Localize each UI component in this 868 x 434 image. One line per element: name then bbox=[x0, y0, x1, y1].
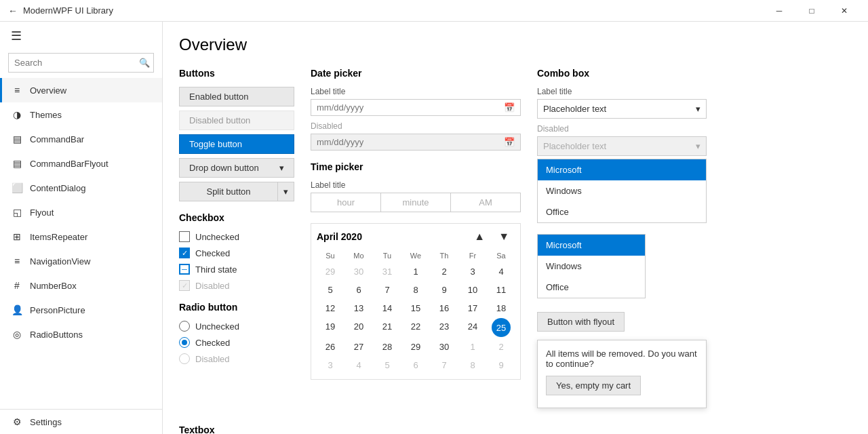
sidebar-item-itemsrepeater[interactable]: ⊞ ItemsRepeater bbox=[0, 224, 162, 249]
calendar-day[interactable]: 25 bbox=[492, 318, 511, 337]
datepicker-disabled-row: 📅 bbox=[311, 134, 521, 151]
calendar-day[interactable]: 11 bbox=[488, 281, 515, 298]
dropdown-item-office[interactable]: Office bbox=[538, 201, 706, 222]
calendar-icon[interactable]: 📅 bbox=[504, 102, 515, 113]
dropdown-item-windows[interactable]: Windows bbox=[538, 180, 706, 201]
small-dropdown-item-office[interactable]: Office bbox=[538, 277, 645, 298]
calendar-day[interactable]: 7 bbox=[374, 281, 401, 298]
calendar-day[interactable]: 28 bbox=[374, 338, 401, 355]
calendar-day[interactable]: 2 bbox=[431, 263, 458, 280]
search-icon[interactable]: 🔍 bbox=[134, 54, 155, 72]
split-button-main[interactable]: Split button bbox=[179, 182, 277, 201]
checkbox-checked[interactable]: ✓ Checked bbox=[179, 248, 294, 258]
calendar-day[interactable]: 29 bbox=[317, 263, 344, 280]
sidebar-label-contentdialog: ContentDialog bbox=[30, 183, 85, 193]
flyout-button[interactable]: Button with flyout bbox=[537, 312, 625, 332]
dropdown-button[interactable]: Drop down button ▾ bbox=[179, 158, 294, 178]
small-dropdown-item-windows[interactable]: Windows bbox=[538, 256, 645, 277]
sidebar-label-commandbarflyout: CommandBarFlyout bbox=[30, 159, 108, 169]
sidebar-item-settings[interactable]: ⚙ Settings bbox=[0, 410, 162, 434]
calendar-day[interactable]: 15 bbox=[402, 300, 429, 317]
sidebar-item-themes[interactable]: ◑ Themes bbox=[0, 102, 162, 127]
sidebar-item-navigationview[interactable]: ≡ NavigationView bbox=[0, 249, 162, 273]
calendar-day[interactable]: 30 bbox=[345, 263, 372, 280]
maximize-button[interactable]: □ bbox=[796, 0, 827, 22]
enabled-button[interactable]: Enabled button bbox=[179, 87, 294, 106]
calendar-day[interactable]: 18 bbox=[488, 300, 515, 317]
radio-checked[interactable]: Checked bbox=[179, 337, 294, 348]
calendar-day[interactable]: 4 bbox=[345, 357, 372, 374]
datepicker-input-row[interactable]: 📅 bbox=[311, 99, 521, 116]
sidebar-item-radiobuttons[interactable]: ◎ RadioButtons bbox=[0, 322, 162, 347]
combobox-select[interactable]: Placeholder text ▾ bbox=[537, 99, 707, 119]
calendar-day[interactable]: 3 bbox=[459, 263, 486, 280]
calendar-day[interactable]: 10 bbox=[459, 281, 486, 298]
calendar-day[interactable]: 7 bbox=[431, 357, 458, 374]
small-dropdown-list: Microsoft Windows Office bbox=[537, 234, 646, 298]
calendar-day[interactable]: 12 bbox=[317, 300, 344, 317]
calendar-day[interactable]: 3 bbox=[317, 357, 344, 374]
calendar-day[interactable]: 21 bbox=[374, 318, 401, 337]
calendar-day[interactable]: 6 bbox=[345, 281, 372, 298]
sidebar-item-numberbox[interactable]: # NumberBox bbox=[0, 273, 162, 298]
checkbox-box-unchecked bbox=[179, 231, 190, 242]
calendar-next-button[interactable]: ▼ bbox=[493, 229, 515, 244]
calendar-day[interactable]: 26 bbox=[317, 338, 344, 355]
calendar-day[interactable]: 13 bbox=[345, 300, 372, 317]
datepicker-section: Date picker Label title 📅 Disabled 📅 bbox=[311, 68, 521, 151]
calendar-day[interactable]: 1 bbox=[459, 338, 486, 355]
hour-cell[interactable]: hour bbox=[311, 193, 381, 212]
sidebar-item-flyout[interactable]: ◱ Flyout bbox=[0, 200, 162, 224]
calendar-day[interactable]: 30 bbox=[431, 338, 458, 355]
calendar-day[interactable]: 8 bbox=[459, 357, 486, 374]
calendar-day[interactable]: 6 bbox=[402, 357, 429, 374]
calendar-day[interactable]: 4 bbox=[488, 263, 515, 280]
calendar-day[interactable]: 1 bbox=[402, 263, 429, 280]
calendar-day[interactable]: 31 bbox=[374, 263, 401, 280]
calendar-day-header: Sa bbox=[488, 250, 515, 262]
calendar-day[interactable]: 22 bbox=[402, 318, 429, 337]
back-button[interactable]: ← bbox=[8, 5, 18, 16]
ampm-cell[interactable]: AM bbox=[451, 193, 520, 212]
calendar-day[interactable]: 8 bbox=[402, 281, 429, 298]
close-button[interactable]: ✕ bbox=[829, 0, 860, 22]
combobox-wrapper[interactable]: Placeholder text ▾ bbox=[537, 99, 707, 119]
search-input[interactable] bbox=[9, 54, 134, 72]
calendar-day[interactable]: 24 bbox=[459, 318, 486, 337]
combobox-section: Combo box Label title Placeholder text ▾… bbox=[537, 68, 707, 223]
calendar-day[interactable]: 5 bbox=[374, 357, 401, 374]
calendar-day[interactable]: 27 bbox=[345, 338, 372, 355]
minute-cell[interactable]: minute bbox=[381, 193, 451, 212]
calendar-day[interactable]: 9 bbox=[488, 357, 515, 374]
radio-unchecked[interactable]: Unchecked bbox=[179, 321, 294, 332]
flyout-confirm-button[interactable]: Yes, empty my cart bbox=[546, 376, 641, 395]
datepicker-disabled-input bbox=[317, 137, 504, 147]
calendar-day[interactable]: 2 bbox=[488, 338, 515, 355]
calendar-day[interactable]: 5 bbox=[317, 281, 344, 298]
checkbox-unchecked[interactable]: Unchecked bbox=[179, 231, 294, 242]
calendar-day[interactable]: 19 bbox=[317, 318, 344, 337]
dropdown-item-microsoft[interactable]: Microsoft bbox=[538, 159, 706, 180]
hamburger-button[interactable]: ☰ bbox=[0, 22, 162, 50]
calendar-day[interactable]: 14 bbox=[374, 300, 401, 317]
checkbox-third[interactable]: ─ Third state bbox=[179, 264, 294, 275]
toggle-button[interactable]: Toggle button bbox=[179, 134, 294, 154]
sidebar-item-overview[interactable]: ≡ Overview bbox=[0, 78, 162, 102]
calendar-day[interactable]: 23 bbox=[431, 318, 458, 337]
sidebar-settings-section: ⚙ Settings bbox=[0, 409, 162, 434]
sidebar-item-commandbarflyout[interactable]: ▤ CommandBarFlyout bbox=[0, 151, 162, 176]
datepicker-input[interactable] bbox=[317, 102, 504, 113]
small-dropdown-item-microsoft[interactable]: Microsoft bbox=[538, 235, 645, 256]
calendar-day[interactable]: 16 bbox=[431, 300, 458, 317]
minimize-button[interactable]: ─ bbox=[764, 0, 795, 22]
split-button-arrow[interactable]: ▾ bbox=[277, 182, 294, 201]
calendar-prev-button[interactable]: ▲ bbox=[469, 229, 490, 244]
sidebar-item-contentdialog[interactable]: ⬜ ContentDialog bbox=[0, 176, 162, 200]
calendar-day[interactable]: 29 bbox=[402, 338, 429, 355]
sidebar-item-personpicture[interactable]: 👤 PersonPicture bbox=[0, 298, 162, 322]
calendar-day[interactable]: 9 bbox=[431, 281, 458, 298]
calendar-day[interactable]: 20 bbox=[345, 318, 372, 337]
calendar-day-header: Tu bbox=[374, 250, 401, 262]
sidebar-item-commandbar[interactable]: ▤ CommandBar bbox=[0, 127, 162, 151]
calendar-day[interactable]: 17 bbox=[459, 300, 486, 317]
